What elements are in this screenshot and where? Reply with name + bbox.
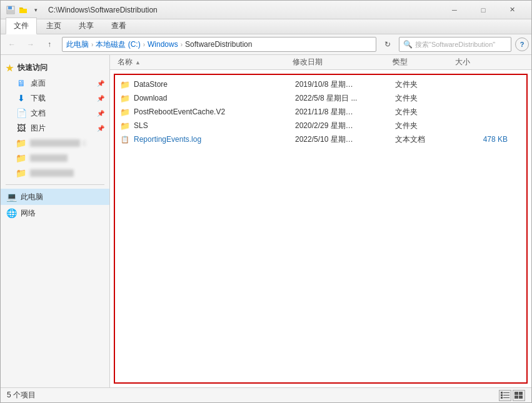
maximize-button[interactable]: □	[469, 1, 498, 19]
star-icon: ★	[6, 63, 14, 73]
file-row[interactable]: 📁 Download 2022/5/8 星期日 ... 文件夹	[115, 91, 526, 105]
sidebar-blurred-item-1[interactable]: 📁 E	[1, 136, 109, 151]
back-button[interactable]: ←	[3, 36, 21, 52]
toolbar-area: ← → ↑ 此电脑 › 本地磁盘 (C:) › Windows › Softwa…	[1, 34, 531, 55]
file-date-3: 2020/2/29 星期…	[295, 121, 395, 131]
svg-rect-2	[8, 10, 14, 13]
file-explorer-window: ▾ C:\Windows\SoftwareDistribution ─ □ ✕ …	[0, 0, 532, 403]
tab-view[interactable]: 查看	[103, 17, 134, 34]
address-bar[interactable]: 此电脑 › 本地磁盘 (C:) › Windows › SoftwareDist…	[62, 37, 376, 52]
blurred-suffix-1: E	[83, 140, 87, 147]
breadcrumb-drive[interactable]: 本地磁盘 (C:)	[96, 39, 140, 50]
pin-icon-documents: 📌	[97, 110, 104, 117]
network-icon: 🌐	[6, 208, 17, 218]
sidebar-item-desktop[interactable]: 🖥 桌面 📌	[1, 76, 109, 91]
pin-icon-downloads: 📌	[97, 95, 104, 102]
col-header-size[interactable]: 大小	[453, 57, 503, 67]
view-details-button[interactable]	[499, 390, 511, 401]
column-headers: ▲ 名称 ▲ 修改日期 类型 大小	[110, 55, 531, 70]
col-header-type[interactable]: 类型	[390, 57, 453, 67]
status-item-count: 5 个项目	[7, 390, 499, 401]
breadcrumb-windows[interactable]: Windows	[148, 40, 178, 49]
folder-icon-blur-1: 📁	[16, 138, 26, 148]
blurred-label-3	[30, 169, 74, 177]
save-icon	[6, 5, 16, 15]
file-size-4: 478 KB	[458, 135, 508, 144]
refresh-button[interactable]: ↻	[380, 37, 395, 52]
file-date-2: 2021/11/8 星期…	[295, 107, 395, 117]
breadcrumb: 此电脑 › 本地磁盘 (C:) › Windows › SoftwareDist…	[66, 39, 252, 50]
file-row[interactable]: 📁 SLS 2020/2/29 星期… 文件夹	[115, 119, 526, 132]
breadcrumb-sep-2: ›	[143, 41, 145, 48]
sidebar: ★ 快速访问 🖥 桌面 📌 ⬇ 下载 📌 📄 文档 📌 🖼 图片	[1, 55, 110, 387]
title-bar-icons: ▾	[6, 5, 41, 15]
sidebar-item-downloads[interactable]: ⬇ 下载 📌	[1, 91, 109, 106]
window-title: C:\Windows\SoftwareDistribution	[46, 6, 440, 14]
folder-icon-blur-2: 📁	[16, 153, 26, 163]
help-button[interactable]: ?	[515, 37, 529, 51]
sidebar-item-pictures[interactable]: 🖼 图片 📌	[1, 121, 109, 136]
file-name-2: PostRebootEventCache.V2	[134, 107, 225, 116]
sidebar-label-documents: 文档	[31, 108, 46, 119]
sidebar-label-computer: 此电脑	[21, 192, 43, 202]
sidebar-item-documents[interactable]: 📄 文档 📌	[1, 106, 109, 121]
tab-home[interactable]: 主页	[38, 17, 69, 34]
status-bar: 5 个项目	[1, 387, 531, 402]
sidebar-item-network[interactable]: 🌐 网络	[1, 205, 109, 221]
sidebar-blurred-item-3[interactable]: 📁	[1, 166, 109, 181]
svg-rect-12	[519, 396, 523, 399]
folder-icon-sls: 📁	[120, 121, 130, 131]
tab-share[interactable]: 共享	[71, 17, 102, 34]
sidebar-label-pictures: 图片	[31, 123, 46, 134]
svg-rect-10	[514, 396, 518, 399]
file-type-3: 文件夹	[395, 121, 458, 131]
svg-rect-4	[501, 394, 503, 396]
file-row[interactable]: 📁 PostRebootEventCache.V2 2021/11/8 星期… …	[115, 105, 526, 119]
file-date-1: 2022/5/8 星期日 ...	[295, 93, 395, 104]
file-row[interactable]: 📁 DataStore 2019/10/8 星期… 文件夹	[115, 77, 526, 91]
folder-icon-postreboot: 📁	[120, 107, 130, 117]
folder-icon-datastore: 📁	[120, 80, 130, 89]
sort-arrow-name: ▲	[135, 59, 141, 66]
file-list-highlight: 📁 DataStore 2019/10/8 星期… 文件夹 📁 Download…	[114, 74, 528, 384]
download-icon: ⬇	[16, 93, 27, 103]
folder-icon	[18, 5, 28, 15]
file-date-0: 2019/10/8 星期…	[295, 79, 395, 90]
pin-icon-desktop: 📌	[97, 80, 104, 87]
tab-file[interactable]: 文件	[6, 17, 37, 34]
sidebar-divider-1	[6, 184, 104, 185]
close-button[interactable]: ✕	[498, 1, 526, 19]
svg-rect-9	[514, 392, 518, 395]
file-type-0: 文件夹	[395, 79, 458, 90]
search-bar[interactable]: 🔍 搜索"SoftwareDistribution"	[399, 37, 511, 52]
search-icon: 🔍	[403, 40, 413, 49]
file-type-4: 文本文档	[395, 134, 458, 145]
dropdown-icon[interactable]: ▾	[31, 5, 41, 15]
file-name-0: DataStore	[134, 80, 168, 89]
ribbon-tabs: 文件 主页 共享 查看	[1, 19, 531, 34]
sidebar-item-computer[interactable]: 💻 此电脑	[1, 189, 109, 205]
breadcrumb-sep-3: ›	[181, 41, 183, 48]
col-header-name[interactable]: 名称 ▲	[115, 57, 290, 67]
quick-access-section[interactable]: ★ 快速访问	[1, 60, 109, 76]
sidebar-blurred-item-2[interactable]: 📁	[1, 151, 109, 166]
file-type-1: 文件夹	[395, 93, 458, 104]
file-row[interactable]: 📋 ReportingEvents.log 2022/5/10 星期… 文本文档…	[115, 132, 526, 146]
up-button[interactable]: ↑	[41, 36, 58, 52]
minimize-button[interactable]: ─	[440, 1, 469, 19]
scroll-up-arrow[interactable]: ▲	[391, 55, 398, 64]
blurred-label-2	[30, 154, 68, 162]
view-list-button[interactable]	[513, 390, 525, 401]
pin-icon-pictures: 📌	[97, 125, 104, 132]
computer-icon: 💻	[6, 192, 17, 202]
sidebar-label-downloads: 下载	[31, 93, 46, 104]
forward-button[interactable]: →	[22, 36, 39, 52]
file-type-2: 文件夹	[395, 107, 458, 117]
svg-rect-1	[8, 6, 12, 9]
main-area: ★ 快速访问 🖥 桌面 📌 ⬇ 下载 📌 📄 文档 📌 🖼 图片	[1, 55, 531, 387]
svg-rect-8	[503, 397, 509, 398]
col-header-date[interactable]: 修改日期	[290, 57, 390, 67]
sidebar-label-network: 网络	[21, 208, 36, 219]
breadcrumb-computer[interactable]: 此电脑	[66, 39, 89, 50]
svg-rect-3	[501, 392, 503, 394]
